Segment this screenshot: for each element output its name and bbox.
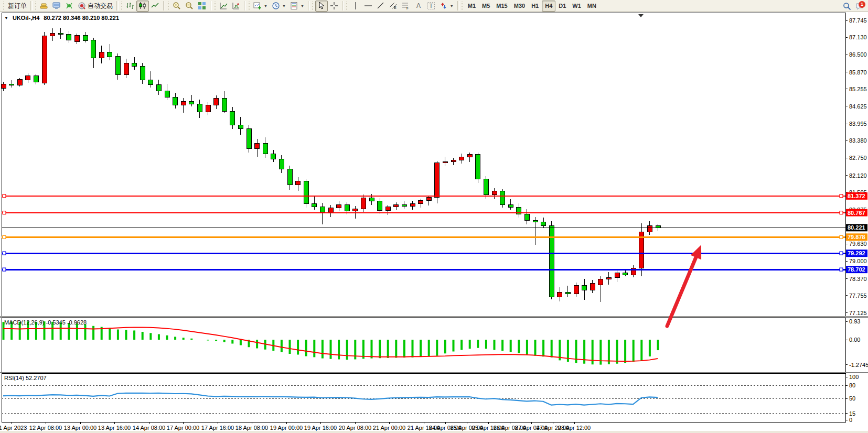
svg-text:78.370: 78.370 xyxy=(849,276,867,282)
toolbar-separator xyxy=(342,1,344,10)
chart-dropdown-caret[interactable]: ▼ xyxy=(4,16,8,20)
svg-text:86.500: 86.500 xyxy=(849,51,867,58)
autotrading-button[interactable]: 自动交易 xyxy=(76,1,115,12)
timeframe-m30-button[interactable]: M30 xyxy=(511,1,528,12)
timeframe-m1-button[interactable]: M1 xyxy=(465,1,479,12)
toolbar-separator xyxy=(30,1,33,10)
arrows-button[interactable]: ▼ xyxy=(437,1,456,12)
svg-text:85.870: 85.870 xyxy=(849,69,867,75)
svg-text:E: E xyxy=(394,6,397,9)
horizontal-line-button[interactable] xyxy=(362,1,374,12)
svg-text:14 Apr 08:00: 14 Apr 08:00 xyxy=(133,425,165,431)
timeframe-w1-button-label: W1 xyxy=(572,3,581,9)
notification-badge: 1 xyxy=(859,1,865,8)
cursor-button[interactable] xyxy=(315,1,328,12)
svg-text:80.767: 80.767 xyxy=(848,210,865,216)
svg-text:77.125: 77.125 xyxy=(849,310,867,316)
svg-text:18 Apr 08:00: 18 Apr 08:00 xyxy=(235,425,268,431)
timeframe-m5-button[interactable]: M5 xyxy=(479,1,493,12)
add-chart-icon xyxy=(253,2,262,10)
line-chart-icon xyxy=(151,2,159,10)
time-axis: 11 Apr 202312 Apr 08:0013 Apr 00:0013 Ap… xyxy=(0,422,591,431)
timeframe-h4-button[interactable]: H4 xyxy=(542,1,555,12)
candlestick-icon xyxy=(138,2,147,10)
svg-text:17 Apr 00:00: 17 Apr 00:00 xyxy=(167,425,199,431)
timeframe-m15-button[interactable]: M15 xyxy=(493,1,510,12)
rsi-axis-tick: 50 xyxy=(849,395,855,402)
crosshair-icon xyxy=(330,2,338,10)
line-handle[interactable] xyxy=(840,194,843,198)
line-handle[interactable] xyxy=(3,194,6,198)
symbol-name: UKOil-,H4 xyxy=(13,15,39,21)
search-button[interactable] xyxy=(841,1,853,12)
svg-text:13 Apr 16:00: 13 Apr 16:00 xyxy=(98,425,131,431)
svg-text:13 Apr 00:00: 13 Apr 00:00 xyxy=(64,425,97,431)
timeframe-d1-button[interactable]: D1 xyxy=(555,1,569,12)
line-handle[interactable] xyxy=(840,211,843,214)
svg-text:80.221: 80.221 xyxy=(848,224,865,231)
svg-text:81.372: 81.372 xyxy=(848,193,865,199)
line-handle[interactable] xyxy=(3,235,6,239)
toolbar-grip xyxy=(3,2,4,10)
ohlc-values: 80.272 80.346 80.210 80.221 xyxy=(44,15,119,21)
vertical-line-button[interactable] xyxy=(349,1,362,12)
market-watch-button[interactable] xyxy=(38,1,50,12)
autotrading-button-label: 自动交易 xyxy=(88,2,113,10)
line-handle[interactable] xyxy=(3,268,6,271)
svg-text:T: T xyxy=(429,3,433,9)
arrows-icon xyxy=(440,2,448,10)
channel-button[interactable]: E xyxy=(387,1,400,12)
dropdown-caret-icon[interactable]: ▼ xyxy=(264,4,267,8)
clock-icon xyxy=(272,2,280,10)
candlestick-button[interactable] xyxy=(136,1,149,12)
tile-windows-button[interactable] xyxy=(196,1,208,12)
timeframe-h4-button-label: H4 xyxy=(545,3,552,9)
zoom-in-button[interactable] xyxy=(170,1,183,12)
horizontal-line-icon xyxy=(364,2,372,10)
dropdown-caret-icon[interactable]: ▼ xyxy=(282,4,286,8)
chart-canvas[interactable]: 87.74587.13086.50085.87085.25584.62583.9… xyxy=(0,12,868,433)
text-button[interactable]: A xyxy=(412,1,425,12)
bar-chart-button[interactable] xyxy=(124,1,136,12)
rsi-axis-tick: 15 xyxy=(849,410,855,417)
macd-axis-tick: -1.2745 xyxy=(849,362,868,368)
equidistant-channel-icon: E xyxy=(389,2,398,10)
line-chart-button[interactable] xyxy=(149,1,162,12)
window-bottom-edge xyxy=(0,431,868,433)
zoom-out-button[interactable] xyxy=(183,1,196,12)
svg-text:11 Apr 2023: 11 Apr 2023 xyxy=(0,425,27,431)
navigator-button[interactable] xyxy=(63,1,76,12)
label-button[interactable]: T xyxy=(425,1,437,12)
line-handle[interactable] xyxy=(3,252,6,255)
line-handle[interactable] xyxy=(840,252,843,255)
timeframe-w1-button[interactable]: W1 xyxy=(569,1,584,12)
toolbar-grip xyxy=(167,2,169,10)
tile-windows-icon xyxy=(198,2,206,10)
crosshair-button[interactable] xyxy=(328,1,340,12)
data-window-button[interactable] xyxy=(50,1,63,12)
svg-text:83.995: 83.995 xyxy=(849,121,867,127)
template-button[interactable]: ▼ xyxy=(288,1,306,12)
dropdown-caret-icon[interactable]: ▼ xyxy=(301,4,304,8)
autotrading-icon xyxy=(78,2,86,10)
new-order-button[interactable]: 新订单 xyxy=(6,1,29,12)
dropdown-caret-icon[interactable]: ▼ xyxy=(450,4,454,8)
line-handle[interactable] xyxy=(840,235,843,239)
indicator-window-button[interactable] xyxy=(217,1,230,12)
new-chart-button[interactable]: ▼ xyxy=(251,1,270,12)
chart-area[interactable]: 87.74587.13086.50085.87085.25584.62583.9… xyxy=(0,12,868,433)
indicator-add-button[interactable] xyxy=(230,1,242,12)
line-handle[interactable] xyxy=(840,268,843,271)
line-handle[interactable] xyxy=(3,211,6,214)
timeframe-mn-button[interactable]: MN xyxy=(584,1,599,12)
timeframe-m1-button-label: M1 xyxy=(468,3,476,9)
cursor-icon xyxy=(317,2,326,10)
period-button[interactable]: ▼ xyxy=(270,1,288,12)
notifications-button[interactable]: 1 xyxy=(853,1,866,12)
fibonacci-button[interactable]: F xyxy=(400,1,412,12)
text-icon: A xyxy=(414,2,423,10)
trendline-button[interactable] xyxy=(374,1,387,12)
svg-text:79.000: 79.000 xyxy=(849,258,867,264)
macd-panel xyxy=(2,318,845,372)
timeframe-h1-button[interactable]: H1 xyxy=(528,1,542,12)
